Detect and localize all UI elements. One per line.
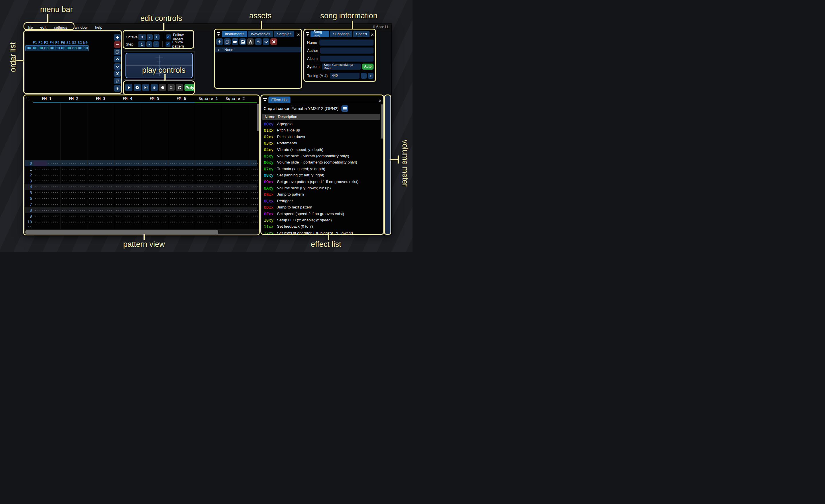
pattern-cell[interactable]	[222, 190, 249, 196]
pattern-cell[interactable]	[87, 225, 114, 228]
pattern-cell[interactable]	[33, 219, 60, 225]
order-row[interactable]: 0000000000000000000000	[25, 45, 89, 51]
pattern-cell[interactable]	[141, 172, 168, 178]
pattern-cell[interactable]	[33, 166, 60, 172]
tab-samples[interactable]: Samples	[274, 31, 294, 37]
pattern-cell[interactable]	[222, 195, 249, 201]
pattern-cell[interactable]	[60, 166, 87, 172]
effect-entry[interactable]: 01xxPitch slide up	[261, 128, 379, 134]
move-to-bottom-button[interactable]	[114, 70, 121, 77]
channel-header-fm-4[interactable]: FM 4	[114, 96, 141, 101]
menu-item-settings[interactable]: settings	[54, 25, 67, 29]
effect-entry[interactable]: 04xyVibrato (x: speed; y: depth)	[261, 148, 379, 153]
order-cell[interactable]: 00	[66, 46, 72, 51]
menu-item-edit[interactable]: edit	[40, 25, 47, 29]
pattern-cell[interactable]	[114, 207, 141, 213]
effect-entry[interactable]: 00xyArpeggio	[261, 122, 379, 128]
album-field[interactable]	[320, 56, 374, 62]
pattern-cell[interactable]	[114, 178, 141, 184]
pattern-cell[interactable]	[168, 219, 195, 225]
pattern-cell[interactable]	[87, 166, 114, 172]
pattern-cell[interactable]	[249, 184, 259, 190]
tree-view-button[interactable]	[247, 38, 254, 45]
pattern-cell[interactable]	[87, 178, 114, 184]
pattern-cell[interactable]	[114, 225, 141, 228]
pattern-cell[interactable]	[87, 201, 114, 207]
pattern-cell[interactable]	[33, 172, 60, 178]
pattern-cell[interactable]	[33, 195, 60, 201]
tab-song-info[interactable]: Song Info	[310, 31, 329, 37]
effect-entry[interactable]: 12xxSet level of operator 1 (0 highest, …	[261, 231, 379, 235]
pattern-cell[interactable]	[168, 178, 195, 184]
instrument-list-item[interactable]: ○ - None -	[215, 47, 302, 53]
pattern-cell[interactable]	[249, 166, 259, 172]
delete-button[interactable]	[271, 38, 277, 45]
step-down-button[interactable]	[151, 84, 158, 91]
pattern-cell[interactable]	[60, 172, 87, 178]
effect-entry[interactable]: 02xxPitch slide down	[261, 135, 379, 140]
move-down-button[interactable]	[114, 63, 121, 70]
pattern-cell[interactable]	[249, 207, 259, 213]
play-button[interactable]	[125, 84, 132, 91]
effect-entry[interactable]: 0BxxJump to pattern	[261, 192, 379, 198]
effect-entry[interactable]: 03xxPortamento	[261, 141, 379, 147]
pattern-cell[interactable]	[141, 160, 168, 166]
effect-entry[interactable]: 0FxxSet speed (speed 2 if no grooves exi…	[261, 212, 379, 217]
pattern-cell[interactable]	[195, 184, 222, 190]
pattern-cell[interactable]	[249, 160, 259, 166]
cursor-button[interactable]	[114, 85, 121, 92]
menu-item-help[interactable]: help	[95, 25, 102, 29]
pattern-cell[interactable]	[87, 184, 114, 190]
pattern-cell[interactable]	[195, 178, 222, 184]
tab-effect-list[interactable]: Effect List	[269, 96, 291, 103]
pattern-cell[interactable]	[141, 207, 168, 213]
order-cell[interactable]: 00	[55, 46, 61, 51]
pattern-cell[interactable]	[114, 213, 141, 219]
pattern-cell[interactable]	[114, 172, 141, 178]
pattern-cell[interactable]	[141, 178, 168, 184]
order-row-index[interactable]: 00	[25, 46, 32, 51]
funnel-icon[interactable]	[305, 31, 310, 37]
pattern-cell[interactable]	[249, 172, 259, 178]
channel-header-fm-2[interactable]: FM 2	[60, 96, 87, 101]
effect-entry[interactable]: 08xySet panning (x: left; y: right)	[261, 173, 379, 179]
channel-header-fm-5[interactable]: FM 5	[141, 96, 168, 101]
effect-entry[interactable]: 09xxSet groove pattern (speed 1 if no gr…	[261, 180, 379, 185]
pattern-horizontal-scrollbar[interactable]	[25, 229, 259, 235]
pattern-cell[interactable]	[114, 201, 141, 207]
order-column-N0[interactable]: N0	[82, 40, 88, 45]
order-cell[interactable]: 00	[44, 46, 49, 51]
play-from-start-button[interactable]	[134, 84, 141, 91]
tab-speed[interactable]: Speed	[353, 31, 370, 37]
pattern-cell[interactable]	[222, 219, 249, 225]
pattern-cell[interactable]	[168, 190, 195, 196]
order-column-F1[interactable]: F1	[32, 40, 38, 45]
effect-entry[interactable]: 0DxxJump to next pattern	[261, 205, 379, 211]
channel-header-sq[interactable]: Sq	[249, 96, 257, 101]
pattern-cell[interactable]	[168, 172, 195, 178]
step-value[interactable]: 1	[138, 41, 145, 47]
pattern-rows[interactable]: 01234567891011	[25, 103, 259, 227]
pattern-cell[interactable]	[60, 160, 87, 166]
close-icon[interactable]: ✕	[378, 98, 382, 103]
pattern-cell[interactable]	[33, 213, 60, 219]
pattern-cell[interactable]	[168, 184, 195, 190]
pattern-cell[interactable]	[141, 225, 168, 228]
pattern-cell[interactable]	[60, 190, 87, 196]
order-column-F5[interactable]: F5	[55, 40, 60, 45]
duplicate-button[interactable]	[224, 38, 231, 45]
save-button[interactable]	[239, 38, 246, 45]
pattern-cell[interactable]	[114, 166, 141, 172]
pattern-cell[interactable]	[114, 160, 141, 166]
channel-header-square-1[interactable]: Square 1	[195, 96, 222, 101]
pattern-cell[interactable]	[222, 184, 249, 190]
pattern-cell[interactable]	[141, 213, 168, 219]
move-up-button[interactable]	[255, 38, 261, 45]
tuning-plus-button[interactable]: +	[368, 73, 374, 79]
close-icon[interactable]: ✕	[370, 33, 374, 37]
pattern-cell[interactable]	[222, 213, 249, 219]
pattern-cell[interactable]	[195, 213, 222, 219]
remove-button[interactable]	[114, 41, 121, 48]
auto-button[interactable]: Auto	[362, 64, 374, 70]
metronome-button[interactable]	[167, 84, 175, 91]
